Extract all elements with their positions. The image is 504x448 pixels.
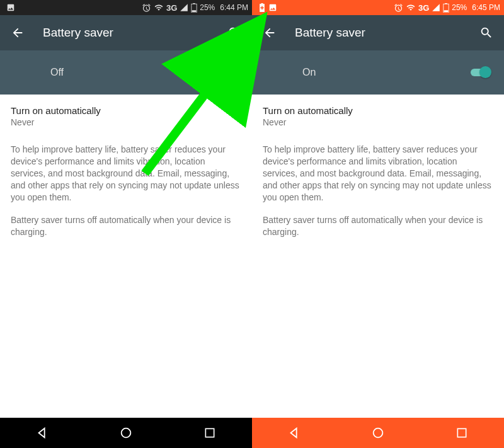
toggle-bar[interactable]: On xyxy=(252,50,504,95)
nav-home-icon xyxy=(119,426,133,440)
page-title: Battery saver xyxy=(43,26,223,40)
toggle-state-label: On xyxy=(302,67,469,78)
app-bar: Battery saver xyxy=(252,15,504,50)
search-icon xyxy=(479,26,493,40)
nav-bar xyxy=(0,418,252,448)
back-button[interactable] xyxy=(6,21,29,44)
image-icon xyxy=(6,3,15,12)
auto-option-value: Never xyxy=(11,117,241,127)
svg-rect-2 xyxy=(192,10,197,12)
nav-back-button[interactable] xyxy=(33,424,51,442)
nav-home-icon xyxy=(371,426,385,440)
battery-percent: 25% xyxy=(452,3,467,12)
battery-saver-switch[interactable] xyxy=(217,66,239,79)
svg-rect-11 xyxy=(444,10,449,12)
status-bar: 3G 25% 6:44 PM xyxy=(0,0,252,15)
signal-icon xyxy=(180,3,188,12)
battery-saver-switch[interactable] xyxy=(469,66,491,79)
auto-option-title[interactable]: Turn on automatically xyxy=(11,105,241,116)
description-2: Battery saver turns off automatically wh… xyxy=(263,214,493,238)
svg-rect-4 xyxy=(206,428,214,437)
nav-home-button[interactable] xyxy=(369,424,387,442)
nav-back-icon xyxy=(35,426,49,440)
nav-recent-button[interactable] xyxy=(453,424,471,442)
wifi-icon xyxy=(406,3,416,12)
nav-recent-icon xyxy=(455,427,468,439)
svg-rect-5 xyxy=(261,3,263,4)
nav-back-button[interactable] xyxy=(285,424,303,442)
page-title: Battery saver xyxy=(295,26,475,40)
image-icon xyxy=(268,3,277,12)
screen-on: 3G 25% 6:45 PM Battery saver On Turn on … xyxy=(252,0,504,448)
svg-point-12 xyxy=(374,428,383,438)
clock-time: 6:44 PM xyxy=(220,3,248,12)
svg-rect-8 xyxy=(260,8,263,9)
nav-back-icon xyxy=(287,426,301,440)
clock-time: 6:45 PM xyxy=(472,3,500,12)
search-button[interactable] xyxy=(223,21,246,44)
description-1: To help improve battery life, battery sa… xyxy=(263,144,493,203)
auto-option-title[interactable]: Turn on automatically xyxy=(263,105,493,116)
content-area: Turn on automatically Never To help impr… xyxy=(0,95,252,418)
network-label: 3G xyxy=(418,3,429,13)
status-bar: 3G 25% 6:45 PM xyxy=(252,0,504,15)
arrow-back-icon xyxy=(11,26,25,40)
nav-home-button[interactable] xyxy=(117,424,135,442)
svg-rect-13 xyxy=(458,428,466,437)
network-label: 3G xyxy=(166,3,177,13)
app-bar: Battery saver xyxy=(0,15,252,50)
svg-point-3 xyxy=(122,428,131,438)
description-2: Battery saver turns off automatically wh… xyxy=(11,214,241,238)
arrow-back-icon xyxy=(263,26,277,40)
battery-icon xyxy=(191,3,197,13)
battery-icon xyxy=(443,3,449,13)
nav-recent-button[interactable] xyxy=(201,424,219,442)
wifi-icon xyxy=(154,3,164,12)
battery-percent: 25% xyxy=(200,3,215,12)
search-button[interactable] xyxy=(475,21,498,44)
alarm-icon xyxy=(394,3,403,13)
nav-bar xyxy=(252,418,504,448)
search-icon xyxy=(227,26,241,40)
description-1: To help improve battery life, battery sa… xyxy=(11,144,241,203)
content-area: Turn on automatically Never To help impr… xyxy=(252,95,504,418)
nav-recent-icon xyxy=(203,427,216,439)
signal-icon xyxy=(432,3,440,12)
toggle-state-label: Off xyxy=(50,67,217,78)
battery-plus-icon xyxy=(258,3,266,12)
back-button[interactable] xyxy=(258,21,281,44)
alarm-icon xyxy=(142,3,151,13)
screen-off: 3G 25% 6:44 PM Battery saver Off Turn on… xyxy=(0,0,252,448)
auto-option-value: Never xyxy=(263,117,493,127)
toggle-bar[interactable]: Off xyxy=(0,50,252,95)
